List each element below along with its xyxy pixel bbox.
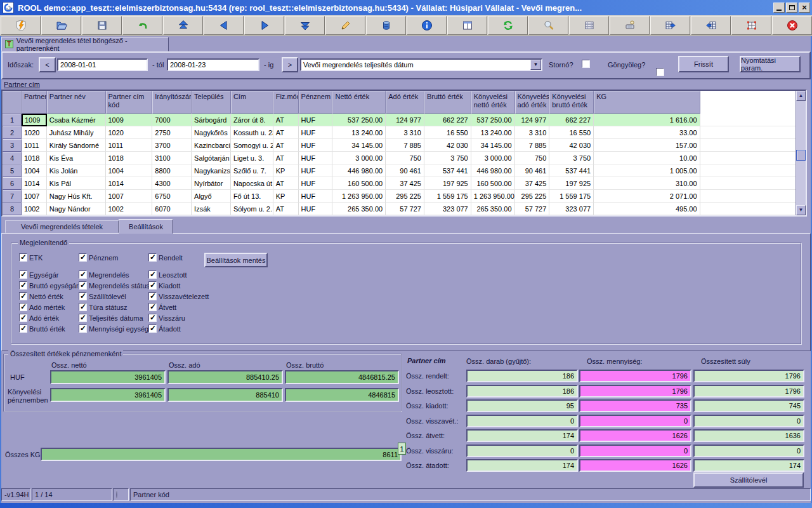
table-cell[interactable]: 160 500.00 <box>332 177 386 190</box>
table-cell[interactable]: 90 461 <box>515 164 550 177</box>
table-cell[interactable]: Kis Éva <box>47 152 106 164</box>
table-cell[interactable]: Sólyom u. 2. <box>231 203 273 215</box>
row-number-cell[interactable]: 6 <box>3 177 22 190</box>
checkbox[interactable] <box>19 292 27 300</box>
table-cell[interactable]: 1009 <box>106 114 153 126</box>
restore-button[interactable] <box>786 3 797 13</box>
save-button[interactable] <box>82 16 122 35</box>
vertical-scrollbar[interactable]: ▲ ▼ <box>796 91 806 215</box>
table-cell[interactable]: 750 <box>515 152 550 164</box>
connect-button[interactable] <box>1 16 41 35</box>
table-cell[interactable]: 6070 <box>152 203 192 215</box>
table-cell[interactable]: 537 250.00 <box>471 114 515 126</box>
table-cell[interactable]: 662 227 <box>424 114 471 126</box>
table-cell[interactable]: HUF <box>299 203 333 215</box>
table-cell[interactable]: 295 225 <box>386 190 424 203</box>
table-cell[interactable]: Sárbogárd <box>192 114 231 126</box>
save-settings-button[interactable]: Beállítások mentés <box>204 253 268 267</box>
checkbox[interactable] <box>148 303 157 311</box>
grid-rows-button[interactable] <box>569 16 609 35</box>
row-number-cell[interactable]: 8 <box>3 203 22 215</box>
table-cell[interactable]: AT <box>273 152 299 164</box>
checkbox[interactable] <box>148 271 157 279</box>
first-button[interactable] <box>163 16 203 35</box>
row-number-cell[interactable]: 1 <box>3 114 22 126</box>
table-cell[interactable]: Kazincbarcika <box>192 139 231 152</box>
table-cell[interactable]: 323 077 <box>549 203 594 215</box>
checkbox[interactable] <box>148 314 157 322</box>
table-cell[interactable]: 42 030 <box>549 139 594 152</box>
table-cell[interactable]: Nagykanizsa <box>192 164 231 177</box>
table-cell[interactable]: 1020 <box>22 126 47 139</box>
refresh-button[interactable] <box>488 16 528 35</box>
layout-button[interactable] <box>447 16 487 35</box>
table-cell[interactable]: HUF <box>299 139 333 152</box>
edit-button[interactable] <box>325 16 365 35</box>
table-cell[interactable]: 750 <box>386 152 424 164</box>
checkbox[interactable] <box>148 253 157 262</box>
checkbox[interactable] <box>79 281 87 290</box>
table-cell[interactable]: 90 461 <box>386 164 424 177</box>
table-cell[interactable]: 3100 <box>152 152 192 164</box>
table-cell[interactable]: 16 550 <box>424 126 471 139</box>
date-from-input[interactable]: 2008-01-01 <box>57 58 148 71</box>
table-cell[interactable]: KP <box>273 164 299 177</box>
table-cell[interactable]: 537 441 <box>424 164 471 177</box>
shipping-note-button[interactable]: Szállítólevél <box>693 472 804 488</box>
date-to-input[interactable]: 2008-01-23 <box>167 58 259 71</box>
table-cell[interactable]: 1020 <box>106 126 153 139</box>
table-cell[interactable]: 537 441 <box>549 164 594 177</box>
table-row[interactable]: 81002Nagy Nándor10026070IzsákSólyom u. 2… <box>3 203 796 215</box>
column-header[interactable]: Cím <box>231 91 273 114</box>
table-cell[interactable]: HUF <box>299 190 333 203</box>
table-cell[interactable]: Algyő <box>192 190 231 203</box>
table-cell[interactable]: Salgótarján <box>192 152 231 164</box>
table-cell[interactable]: 1007 <box>106 190 153 203</box>
table-cell[interactable]: AT <box>273 139 299 152</box>
table-cell[interactable]: Kis Pál <box>47 177 106 190</box>
table-cell[interactable]: 1 616.00 <box>594 114 700 126</box>
table-cell[interactable]: HUF <box>299 114 333 126</box>
table-cell[interactable]: 157.00 <box>594 139 700 152</box>
table-cell[interactable]: 124 977 <box>515 114 550 126</box>
table-cell[interactable]: 1018 <box>106 152 153 164</box>
table-cell[interactable]: 8800 <box>152 164 192 177</box>
table-cell[interactable]: 7 885 <box>515 139 550 152</box>
column-header[interactable]: Bruttó érték <box>424 91 471 114</box>
checkbox[interactable] <box>79 253 87 262</box>
table-cell[interactable]: Liget u. 3. <box>231 152 273 164</box>
table-cell[interactable]: HUF <box>299 152 333 164</box>
table-cell[interactable]: AT <box>273 126 299 139</box>
table-cell[interactable]: 37 425 <box>515 177 550 190</box>
grid-selection-button[interactable] <box>731 16 771 35</box>
table-cell[interactable]: 265 350.00 <box>471 203 515 215</box>
table-cell[interactable]: 3 750 <box>549 152 594 164</box>
exit-button[interactable] <box>772 16 812 35</box>
table-cell[interactable]: 1 559 175 <box>549 190 594 203</box>
table-cell[interactable]: 16 550 <box>549 126 594 139</box>
checkbox[interactable] <box>19 253 27 262</box>
keyboard-button[interactable] <box>610 16 650 35</box>
table-cell[interactable]: 7000 <box>152 114 192 126</box>
search-button[interactable] <box>528 16 568 35</box>
checkbox[interactable] <box>19 324 27 333</box>
table-cell[interactable]: 1 263 950.00 <box>471 190 515 203</box>
scroll-up-icon[interactable]: ▲ <box>796 91 806 101</box>
checkbox[interactable] <box>19 281 27 290</box>
table-cell[interactable]: 160 500.00 <box>471 177 515 190</box>
table-cell[interactable]: 1 005.00 <box>594 164 700 177</box>
import-grid-button[interactable] <box>691 16 731 35</box>
column-header[interactable]: Könyvelési nettó érték <box>471 91 515 114</box>
table-cell[interactable]: 1007 <box>22 190 47 203</box>
table-cell[interactable]: HUF <box>299 126 333 139</box>
table-cell[interactable]: 3 310 <box>515 126 550 139</box>
checkbox[interactable] <box>19 271 27 279</box>
table-cell[interactable]: 34 145.00 <box>332 139 386 152</box>
table-cell[interactable]: 13 240.00 <box>332 126 386 139</box>
table-cell[interactable]: 1 559 175 <box>424 190 471 203</box>
storno-checkbox[interactable] <box>582 60 590 68</box>
table-cell[interactable]: AT <box>273 203 299 215</box>
print-params-button[interactable]: Nyomtatási param. <box>740 56 801 72</box>
table-cell[interactable]: 1011 <box>22 139 47 152</box>
database-button[interactable] <box>366 16 406 35</box>
